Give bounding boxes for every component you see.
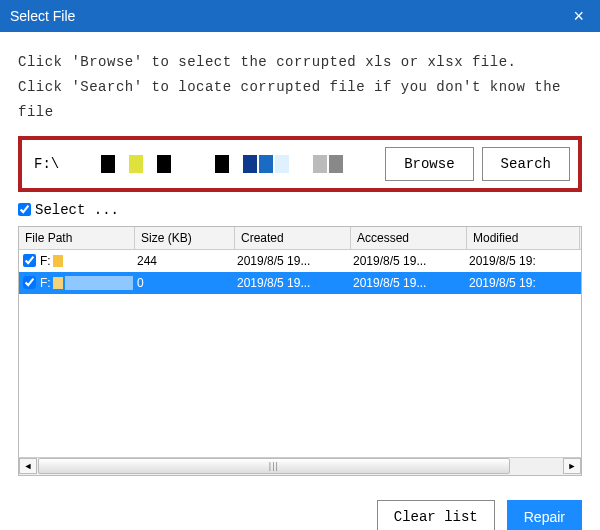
path-prefix: F:\ xyxy=(34,156,59,172)
obscured-segment xyxy=(291,155,311,173)
obscured-segment xyxy=(329,155,343,173)
obscured-segment xyxy=(129,155,143,173)
obscured-segment xyxy=(101,155,115,173)
col-header-size[interactable]: Size (KB) xyxy=(135,227,235,249)
obscured-segment xyxy=(173,155,213,173)
obscured-segment xyxy=(215,155,229,173)
table-body: F: 244 2019/8/5 19... 2019/8/5 19... 201… xyxy=(19,250,581,457)
path-action-row: F:\ Browse Search xyxy=(18,136,582,192)
col-header-modified[interactable]: Modified xyxy=(467,227,580,249)
obscured-segment xyxy=(313,155,327,173)
row-checkbox[interactable] xyxy=(23,276,36,289)
col-header-created[interactable]: Created xyxy=(235,227,351,249)
table-row[interactable]: F: 0 2019/8/5 19... 2019/8/5 19... 2019/… xyxy=(19,272,581,294)
search-button[interactable]: Search xyxy=(482,147,570,181)
cell-path: F: xyxy=(19,272,135,294)
col-header-path[interactable]: File Path xyxy=(19,227,135,249)
scroll-left-icon[interactable]: ◄ xyxy=(19,458,37,474)
obscured-segment xyxy=(157,155,171,173)
file-table: File Path Size (KB) Created Accessed Mod… xyxy=(18,226,582,476)
obscured-segment xyxy=(65,276,133,290)
file-path-input[interactable]: F:\ xyxy=(30,147,377,181)
clear-list-button[interactable]: Clear list xyxy=(377,500,495,530)
cell-accessed: 2019/8/5 19... xyxy=(351,250,467,272)
titlebar: Select File × xyxy=(0,0,600,32)
browse-button[interactable]: Browse xyxy=(385,147,473,181)
path-text: F: xyxy=(40,250,51,272)
window-title: Select File xyxy=(10,8,567,24)
cell-size: 0 xyxy=(135,272,235,294)
cell-size: 244 xyxy=(135,250,235,272)
obscured-segment xyxy=(53,255,63,267)
select-all-label: Select ... xyxy=(35,202,119,218)
row-checkbox[interactable] xyxy=(23,254,36,267)
footer-actions: Clear list Repair xyxy=(0,488,600,530)
scroll-thumb[interactable] xyxy=(38,458,510,474)
cell-accessed: 2019/8/5 19... xyxy=(351,272,467,294)
instruction-text: Click 'Browse' to select the corrupted x… xyxy=(18,50,582,126)
scroll-track[interactable] xyxy=(38,458,562,474)
scroll-right-icon[interactable]: ► xyxy=(563,458,581,474)
select-all-checkbox[interactable] xyxy=(18,203,31,216)
instruction-line-2: Click 'Search' to locate corrupted file … xyxy=(18,79,570,120)
repair-button[interactable]: Repair xyxy=(507,500,582,530)
obscured-segment xyxy=(53,277,63,289)
close-icon[interactable]: × xyxy=(567,7,590,25)
cell-created: 2019/8/5 19... xyxy=(235,250,351,272)
horizontal-scrollbar[interactable]: ◄ ► xyxy=(19,457,581,475)
select-all-row: Select ... xyxy=(18,202,582,218)
obscured-segment xyxy=(259,155,273,173)
table-row[interactable]: F: 244 2019/8/5 19... 2019/8/5 19... 201… xyxy=(19,250,581,272)
table-header: File Path Size (KB) Created Accessed Mod… xyxy=(19,227,581,250)
path-text: F: xyxy=(40,272,51,294)
instruction-line-1: Click 'Browse' to select the corrupted x… xyxy=(18,54,516,70)
cell-path: F: xyxy=(19,250,135,272)
cell-created: 2019/8/5 19... xyxy=(235,272,351,294)
obscured-segment xyxy=(117,155,127,173)
obscured-segment xyxy=(275,155,289,173)
obscured-segment xyxy=(65,254,133,268)
cell-modified: 2019/8/5 19: xyxy=(467,250,580,272)
obscured-segment xyxy=(231,155,241,173)
obscured-segment xyxy=(243,155,257,173)
obscured-segment xyxy=(145,155,155,173)
col-header-accessed[interactable]: Accessed xyxy=(351,227,467,249)
obscured-segment xyxy=(59,155,99,173)
content-area: Click 'Browse' to select the corrupted x… xyxy=(0,32,600,488)
cell-modified: 2019/8/5 19: xyxy=(467,272,580,294)
